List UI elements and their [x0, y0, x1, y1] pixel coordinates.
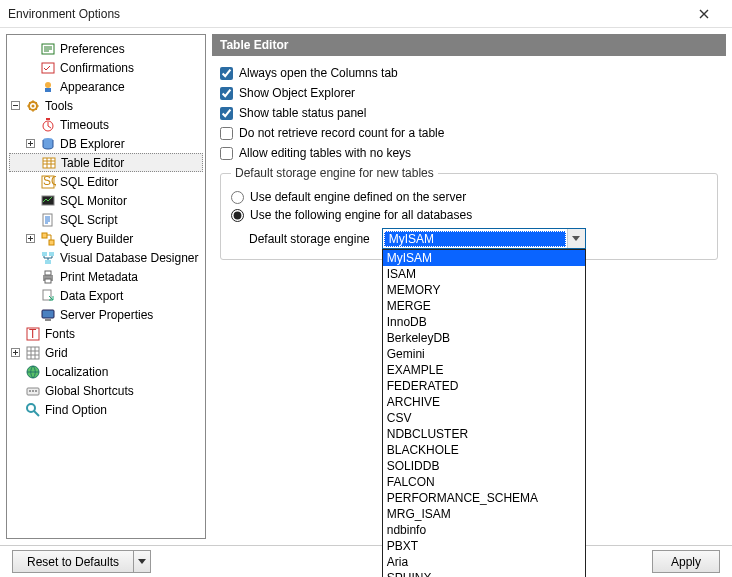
tree-item[interactable]: Query Builder: [9, 229, 203, 248]
combobox-option[interactable]: InnoDB: [383, 314, 585, 330]
tree-item[interactable]: Confirmations: [9, 58, 203, 77]
close-icon: [699, 9, 709, 19]
checkbox-row[interactable]: Show table status panel: [220, 106, 718, 120]
combobox-option[interactable]: MyISAM: [383, 250, 585, 266]
tree-item-label: Preferences: [60, 42, 125, 56]
tree-item[interactable]: Find Option: [9, 400, 203, 419]
checkbox-input[interactable]: [220, 127, 233, 140]
checkbox-input[interactable]: [220, 147, 233, 160]
panel-body: Always open the Columns tabShow Object E…: [212, 56, 726, 264]
combobox-dropdown[interactable]: MyISAMISAMMEMORYMERGEInnoDBBerkeleyDBGem…: [382, 249, 586, 577]
window-title: Environment Options: [8, 7, 684, 21]
combobox-option[interactable]: ISAM: [383, 266, 585, 282]
combobox-option[interactable]: BLACKHOLE: [383, 442, 585, 458]
tree-item[interactable]: Visual Database Designer: [9, 248, 203, 267]
combobox-option[interactable]: SPHINX: [383, 570, 585, 577]
tree-item[interactable]: Timeouts: [9, 115, 203, 134]
expand-icon[interactable]: [11, 348, 23, 357]
tree-item-label: Global Shortcuts: [45, 384, 134, 398]
engine-combobox[interactable]: MyISAMMyISAMISAMMEMORYMERGEInnoDBBerkele…: [382, 228, 586, 249]
svg-rect-36: [35, 390, 37, 392]
tableeditor-icon: [41, 155, 57, 171]
tree-item[interactable]: DB Explorer: [9, 134, 203, 153]
combobox-option[interactable]: PERFORMANCE_SCHEMA: [383, 490, 585, 506]
combobox-option[interactable]: BerkeleyDB: [383, 330, 585, 346]
tree-item-label: SQL Monitor: [60, 194, 127, 208]
checkbox-row[interactable]: Do not retrieve record count for a table: [220, 126, 718, 140]
dialog-footer: Reset to Defaults Apply: [0, 545, 732, 577]
options-tree[interactable]: PreferencesConfirmationsAppearanceToolsT…: [6, 34, 206, 539]
appearance-icon: [40, 79, 56, 95]
tree-item[interactable]: Appearance: [9, 77, 203, 96]
svg-rect-11: [43, 158, 55, 168]
tree-item[interactable]: Preferences: [9, 39, 203, 58]
collapse-icon[interactable]: [11, 101, 23, 110]
engine-select-label: Default storage engine: [249, 232, 370, 246]
combobox-option[interactable]: ARCHIVE: [383, 394, 585, 410]
combobox-field[interactable]: MyISAM: [382, 228, 586, 249]
reset-defaults-dropdown[interactable]: [133, 550, 151, 573]
combobox-option[interactable]: MEMORY: [383, 282, 585, 298]
prefs-icon: [40, 41, 56, 57]
expand-icon[interactable]: [26, 139, 38, 148]
print-icon: [40, 269, 56, 285]
radio-row[interactable]: Use default engine defined on the server: [231, 190, 707, 204]
radio-input[interactable]: [231, 191, 244, 204]
tree-item[interactable]: Global Shortcuts: [9, 381, 203, 400]
combobox-caret[interactable]: [567, 229, 585, 248]
checkbox-row[interactable]: Allow editing tables with no keys: [220, 146, 718, 160]
fonts-icon: T: [25, 326, 41, 342]
checkbox-input[interactable]: [220, 87, 233, 100]
svg-point-6: [32, 104, 35, 107]
tree-item[interactable]: SQL Monitor: [9, 191, 203, 210]
tree-item[interactable]: Localization: [9, 362, 203, 381]
svg-point-37: [27, 404, 35, 412]
grid-icon: [25, 345, 41, 361]
svg-rect-15: [43, 214, 52, 226]
reset-defaults-button[interactable]: Reset to Defaults: [12, 550, 151, 573]
checkbox-label: Allow editing tables with no keys: [239, 146, 411, 160]
combobox-option[interactable]: ndbinfo: [383, 522, 585, 538]
svg-point-2: [45, 82, 51, 88]
checkbox-input[interactable]: [220, 107, 233, 120]
window-close-button[interactable]: [684, 0, 724, 28]
radio-input[interactable]: [231, 209, 244, 222]
combobox-option[interactable]: FALCON: [383, 474, 585, 490]
tree-item[interactable]: SQLSQL Editor: [9, 172, 203, 191]
combobox-option[interactable]: Gemini: [383, 346, 585, 362]
combobox-option[interactable]: SOLIDDB: [383, 458, 585, 474]
expand-icon[interactable]: [26, 234, 38, 243]
combobox-option[interactable]: Aria: [383, 554, 585, 570]
tools-icon: [25, 98, 41, 114]
tree-item[interactable]: TFonts: [9, 324, 203, 343]
tree-item[interactable]: Data Export: [9, 286, 203, 305]
radio-row[interactable]: Use the following engine for all databas…: [231, 208, 707, 222]
combobox-option[interactable]: NDBCLUSTER: [383, 426, 585, 442]
tree-item-label: Fonts: [45, 327, 75, 341]
tree-item[interactable]: Server Properties: [9, 305, 203, 324]
tree-item[interactable]: Print Metadata: [9, 267, 203, 286]
tree-item[interactable]: Tools: [9, 96, 203, 115]
svg-text:SQL: SQL: [43, 174, 56, 188]
sqlmonitor-icon: [40, 193, 56, 209]
svg-rect-24: [45, 279, 51, 283]
apply-button[interactable]: Apply: [652, 550, 720, 573]
combobox-option[interactable]: EXAMPLE: [383, 362, 585, 378]
combobox-option[interactable]: MERGE: [383, 298, 585, 314]
tree-item[interactable]: SQL Script: [9, 210, 203, 229]
combobox-option[interactable]: PBXT: [383, 538, 585, 554]
reset-defaults-label[interactable]: Reset to Defaults: [12, 550, 133, 573]
titlebar: Environment Options: [0, 0, 732, 28]
tree-item[interactable]: Grid: [9, 343, 203, 362]
combobox-option[interactable]: MRG_ISAM: [383, 506, 585, 522]
checkbox-input[interactable]: [220, 67, 233, 80]
checkbox-row[interactable]: Always open the Columns tab: [220, 66, 718, 80]
combobox-option[interactable]: FEDERATED: [383, 378, 585, 394]
tree-item[interactable]: Table Editor: [9, 153, 203, 172]
tree-item-label: Confirmations: [60, 61, 134, 75]
server-icon: [40, 307, 56, 323]
tree-item-label: Query Builder: [60, 232, 133, 246]
tree-item-label: SQL Editor: [60, 175, 118, 189]
checkbox-row[interactable]: Show Object Explorer: [220, 86, 718, 100]
combobox-option[interactable]: CSV: [383, 410, 585, 426]
